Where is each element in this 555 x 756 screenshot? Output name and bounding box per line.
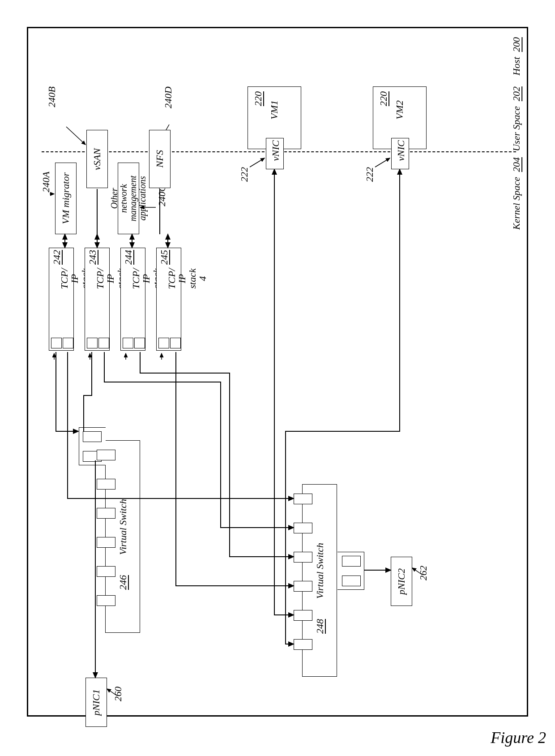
stack4-label: TCP/ IP stack 4 — [166, 268, 208, 289]
vm1-vnic-box: vNIC — [266, 138, 284, 169]
host-container: Host 200 User Space 202 Kernel Space 204… — [27, 27, 528, 717]
vm2-box: 220 VM2 vNIC — [373, 86, 427, 149]
stack4-box: 245 TCP/ IP stack 4 — [156, 248, 181, 351]
vm2-vnic: vNIC — [395, 140, 407, 161]
vsan-label: vSAN — [91, 148, 103, 170]
vswitch1-ref: 246 — [117, 575, 129, 590]
other-ref: 240C — [156, 185, 168, 206]
pnic2-ref: 262 — [418, 566, 429, 580]
svg-line-7 — [375, 158, 390, 167]
vswitch2-ref: 248 — [314, 619, 326, 634]
vsw2-port-2 — [294, 523, 312, 533]
vsw2-port-1 — [294, 494, 312, 504]
figure-caption: Figure 2 — [491, 728, 546, 747]
stack3-ref: 244 — [123, 250, 134, 265]
vsw2-port-3 — [294, 552, 312, 563]
vm-migrator-box: VM migrator — [55, 163, 77, 234]
vm2-vnic-ref: 222 — [364, 167, 376, 182]
vswitch2-out-port-b — [342, 576, 361, 586]
vm1-ref: 220 — [252, 91, 264, 106]
stack1-port-a — [51, 338, 62, 348]
vswitch2-box: Virtual Switch 248 — [302, 484, 337, 677]
pnic2-box: pNIC2 — [391, 557, 412, 606]
kernelspace-ref: 204 — [511, 157, 522, 172]
vm-migrator-ref: 240A — [40, 172, 52, 192]
svg-line-0 — [66, 127, 85, 145]
kernelspace-text: Kernel Space — [511, 177, 522, 230]
pnic1-box: pNIC1 — [85, 678, 107, 727]
stack1-box: 242 TCP/ IP stack 1 — [49, 248, 74, 351]
vsw2-port-5 — [294, 610, 312, 621]
stack2-port-a — [87, 338, 98, 348]
userspace-ref: 202 — [511, 86, 522, 101]
vsw2-port-6 — [294, 639, 312, 650]
host-label: Host 200 — [511, 37, 522, 76]
stack4-ref: 245 — [158, 250, 170, 265]
host-label-text: Host — [511, 57, 522, 76]
vsan-ref: 240B — [46, 86, 58, 107]
stack3-port-b — [134, 338, 145, 348]
userspace-label: User Space 202 — [511, 86, 522, 151]
stack1-port-b — [63, 338, 73, 348]
vswitch2-out-ext — [337, 552, 364, 590]
vm2-ref: 220 — [378, 91, 389, 106]
stack4-port-b — [170, 338, 181, 348]
vsan-box: vSAN — [86, 130, 108, 188]
vswitch1-top-port-a — [83, 431, 102, 442]
vsw1-port-2 — [97, 479, 115, 490]
vsw1-port-5 — [97, 566, 115, 577]
vswitch2-label: Virtual Switch — [314, 543, 326, 599]
nfs-label: NFS — [154, 150, 166, 168]
vm1-label: VM1 — [269, 100, 280, 120]
pnic2-label: pNIC2 — [396, 568, 407, 595]
pnic1-label: pNIC1 — [90, 689, 102, 716]
stack1-ref: 242 — [51, 250, 63, 265]
vsw2-port-4 — [294, 581, 312, 592]
nfs-box: NFS — [149, 130, 171, 188]
other-label: Other network management applications — [110, 176, 147, 221]
svg-line-6 — [250, 158, 265, 167]
vm1-vnic-ref: 222 — [239, 167, 250, 182]
kernelspace-label: Kernel Space 204 — [511, 157, 522, 230]
vm2-label: VM2 — [394, 100, 406, 120]
vswitch1-box: Virtual Switch 246 — [105, 440, 140, 633]
stack3-port-a — [123, 338, 133, 348]
vm1-vnic: vNIC — [270, 140, 282, 161]
stack3-box: 244 TCP/ IP stack 3 — [120, 248, 145, 351]
vsw1-port-3 — [97, 508, 115, 519]
vsw1-port-4 — [97, 537, 115, 548]
vsw1-port-6 — [97, 595, 115, 606]
other-box: Other network management applications — [118, 163, 139, 234]
vm1-box: 220 VM1 vNIC — [248, 86, 301, 149]
stack4-port-a — [158, 338, 169, 348]
vm-migrator-label: VM migrator — [60, 172, 72, 224]
host-ref: 200 — [511, 37, 522, 52]
stack2-box: 243 TCP/ IP stack 2 — [85, 248, 110, 351]
vm2-vnic-box: vNIC — [391, 138, 409, 169]
nfs-ref: 240D — [162, 86, 174, 108]
vswitch2-out-port-a — [342, 556, 361, 567]
pnic1-ref: 260 — [112, 687, 124, 701]
userspace-text: User Space — [511, 106, 522, 151]
vsw1-port-1 — [97, 450, 115, 460]
stack2-port-b — [98, 338, 109, 348]
stack2-ref: 243 — [87, 250, 98, 265]
vswitch1-label: Virtual Switch — [117, 499, 129, 555]
